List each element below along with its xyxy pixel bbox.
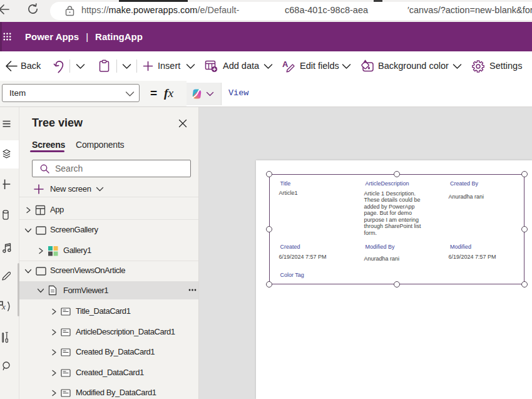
svg-text:x: x — [1, 302, 6, 311]
svg-text:A: A — [282, 60, 289, 69]
